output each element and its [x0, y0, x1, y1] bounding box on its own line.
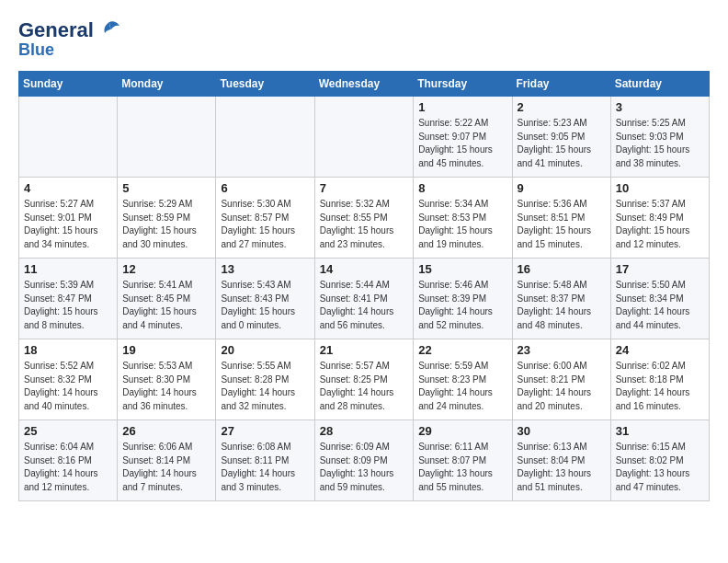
day-number: 21 — [320, 343, 409, 357]
day-detail: Sunrise: 6:13 AM Sunset: 8:04 PM Dayligh… — [518, 441, 606, 494]
table-row: 26Sunrise: 6:06 AM Sunset: 8:14 PM Dayli… — [118, 420, 216, 501]
col-tuesday: Tuesday — [216, 72, 314, 97]
day-number: 20 — [221, 343, 309, 357]
table-row: 23Sunrise: 6:00 AM Sunset: 8:21 PM Dayli… — [512, 339, 610, 420]
day-detail: Sunrise: 6:02 AM Sunset: 8:18 PM Dayligh… — [616, 360, 704, 413]
col-friday: Friday — [512, 72, 610, 97]
table-row: 18Sunrise: 5:52 AM Sunset: 8:32 PM Dayli… — [19, 339, 118, 420]
table-row: 5Sunrise: 5:29 AM Sunset: 8:59 PM Daylig… — [118, 178, 216, 259]
table-row — [216, 97, 314, 178]
day-number: 24 — [616, 343, 704, 357]
day-detail: Sunrise: 5:23 AM Sunset: 9:05 PM Dayligh… — [518, 117, 606, 170]
col-wednesday: Wednesday — [314, 72, 414, 97]
table-row: 30Sunrise: 6:13 AM Sunset: 8:04 PM Dayli… — [512, 420, 610, 501]
table-row: 29Sunrise: 6:11 AM Sunset: 8:07 PM Dayli… — [414, 420, 512, 501]
day-detail: Sunrise: 5:39 AM Sunset: 8:47 PM Dayligh… — [24, 279, 112, 332]
page: General Blue Sunday Monday Tuesday Wedne… — [0, 0, 728, 511]
day-detail: Sunrise: 6:11 AM Sunset: 8:07 PM Dayligh… — [418, 441, 506, 494]
table-row: 10Sunrise: 5:37 AM Sunset: 8:49 PM Dayli… — [610, 178, 709, 259]
day-number: 6 — [221, 181, 309, 195]
day-number: 25 — [24, 424, 112, 438]
day-number: 11 — [24, 262, 112, 276]
calendar-week-row: 25Sunrise: 6:04 AM Sunset: 8:16 PM Dayli… — [19, 420, 710, 501]
table-row — [19, 97, 118, 178]
table-row: 15Sunrise: 5:46 AM Sunset: 8:39 PM Dayli… — [414, 259, 512, 339]
calendar-week-row: 18Sunrise: 5:52 AM Sunset: 8:32 PM Dayli… — [19, 339, 710, 420]
day-detail: Sunrise: 5:32 AM Sunset: 8:55 PM Dayligh… — [320, 198, 409, 251]
table-row: 7Sunrise: 5:32 AM Sunset: 8:55 PM Daylig… — [314, 178, 414, 259]
day-number: 27 — [221, 424, 309, 438]
day-detail: Sunrise: 5:48 AM Sunset: 8:37 PM Dayligh… — [518, 279, 606, 332]
day-detail: Sunrise: 5:44 AM Sunset: 8:41 PM Dayligh… — [320, 279, 409, 332]
table-row: 2Sunrise: 5:23 AM Sunset: 9:05 PM Daylig… — [512, 97, 610, 178]
table-row: 21Sunrise: 5:57 AM Sunset: 8:25 PM Dayli… — [314, 339, 414, 420]
day-detail: Sunrise: 5:25 AM Sunset: 9:03 PM Dayligh… — [616, 117, 704, 170]
day-detail: Sunrise: 6:06 AM Sunset: 8:14 PM Dayligh… — [122, 441, 210, 494]
table-row: 25Sunrise: 6:04 AM Sunset: 8:16 PM Dayli… — [19, 420, 118, 501]
calendar-week-row: 11Sunrise: 5:39 AM Sunset: 8:47 PM Dayli… — [19, 259, 710, 339]
table-row — [314, 97, 414, 178]
day-detail: Sunrise: 5:34 AM Sunset: 8:53 PM Dayligh… — [418, 198, 506, 251]
day-number: 15 — [418, 262, 506, 276]
logo-text-general: General — [18, 18, 94, 42]
table-row: 16Sunrise: 5:48 AM Sunset: 8:37 PM Dayli… — [512, 259, 610, 339]
col-monday: Monday — [118, 72, 216, 97]
day-detail: Sunrise: 5:59 AM Sunset: 8:23 PM Dayligh… — [418, 360, 506, 413]
day-detail: Sunrise: 5:36 AM Sunset: 8:51 PM Dayligh… — [518, 198, 606, 251]
logo-blue-text: Blue — [18, 40, 54, 60]
calendar-header-row: Sunday Monday Tuesday Wednesday Thursday… — [19, 72, 710, 97]
day-detail: Sunrise: 5:52 AM Sunset: 8:32 PM Dayligh… — [24, 360, 112, 413]
day-detail: Sunrise: 6:15 AM Sunset: 8:02 PM Dayligh… — [616, 441, 704, 494]
day-detail: Sunrise: 6:09 AM Sunset: 8:09 PM Dayligh… — [320, 441, 409, 494]
table-row: 3Sunrise: 5:25 AM Sunset: 9:03 PM Daylig… — [610, 97, 709, 178]
day-number: 10 — [616, 181, 704, 195]
table-row: 28Sunrise: 6:09 AM Sunset: 8:09 PM Dayli… — [314, 420, 414, 501]
table-row: 31Sunrise: 6:15 AM Sunset: 8:02 PM Dayli… — [610, 420, 709, 501]
calendar-week-row: 1Sunrise: 5:22 AM Sunset: 9:07 PM Daylig… — [19, 97, 710, 178]
day-detail: Sunrise: 5:27 AM Sunset: 9:01 PM Dayligh… — [24, 198, 112, 251]
day-number: 14 — [320, 262, 409, 276]
day-detail: Sunrise: 5:29 AM Sunset: 8:59 PM Dayligh… — [122, 198, 210, 251]
table-row: 6Sunrise: 5:30 AM Sunset: 8:57 PM Daylig… — [216, 178, 314, 259]
day-detail: Sunrise: 5:46 AM Sunset: 8:39 PM Dayligh… — [418, 279, 506, 332]
logo-bird-icon — [97, 20, 121, 40]
table-row: 19Sunrise: 5:53 AM Sunset: 8:30 PM Dayli… — [118, 339, 216, 420]
day-number: 28 — [320, 424, 409, 438]
day-detail: Sunrise: 5:22 AM Sunset: 9:07 PM Dayligh… — [418, 117, 506, 170]
day-detail: Sunrise: 5:37 AM Sunset: 8:49 PM Dayligh… — [616, 198, 704, 251]
day-number: 1 — [418, 100, 506, 114]
col-sunday: Sunday — [19, 72, 118, 97]
day-detail: Sunrise: 5:50 AM Sunset: 8:34 PM Dayligh… — [616, 279, 704, 332]
day-number: 30 — [518, 424, 606, 438]
col-thursday: Thursday — [414, 72, 512, 97]
table-row: 14Sunrise: 5:44 AM Sunset: 8:41 PM Dayli… — [314, 259, 414, 339]
table-row: 17Sunrise: 5:50 AM Sunset: 8:34 PM Dayli… — [610, 259, 709, 339]
day-number: 16 — [518, 262, 606, 276]
calendar-table: Sunday Monday Tuesday Wednesday Thursday… — [18, 71, 710, 501]
logo: General Blue — [18, 18, 121, 60]
day-number: 7 — [320, 181, 409, 195]
table-row: 22Sunrise: 5:59 AM Sunset: 8:23 PM Dayli… — [414, 339, 512, 420]
table-row: 4Sunrise: 5:27 AM Sunset: 9:01 PM Daylig… — [19, 178, 118, 259]
table-row: 12Sunrise: 5:41 AM Sunset: 8:45 PM Dayli… — [118, 259, 216, 339]
table-row: 20Sunrise: 5:55 AM Sunset: 8:28 PM Dayli… — [216, 339, 314, 420]
day-number: 5 — [122, 181, 210, 195]
day-detail: Sunrise: 6:04 AM Sunset: 8:16 PM Dayligh… — [24, 441, 112, 494]
table-row: 27Sunrise: 6:08 AM Sunset: 8:11 PM Dayli… — [216, 420, 314, 501]
table-row: 1Sunrise: 5:22 AM Sunset: 9:07 PM Daylig… — [414, 97, 512, 178]
day-number: 13 — [221, 262, 309, 276]
day-detail: Sunrise: 5:57 AM Sunset: 8:25 PM Dayligh… — [320, 360, 409, 413]
table-row: 13Sunrise: 5:43 AM Sunset: 8:43 PM Dayli… — [216, 259, 314, 339]
day-detail: Sunrise: 6:08 AM Sunset: 8:11 PM Dayligh… — [221, 441, 309, 494]
header: General Blue — [18, 18, 710, 60]
table-row: 8Sunrise: 5:34 AM Sunset: 8:53 PM Daylig… — [414, 178, 512, 259]
table-row: 11Sunrise: 5:39 AM Sunset: 8:47 PM Dayli… — [19, 259, 118, 339]
day-number: 2 — [518, 100, 606, 114]
day-number: 3 — [616, 100, 704, 114]
day-detail: Sunrise: 5:53 AM Sunset: 8:30 PM Dayligh… — [122, 360, 210, 413]
day-number: 4 — [24, 181, 112, 195]
col-saturday: Saturday — [610, 72, 709, 97]
day-number: 29 — [418, 424, 506, 438]
day-number: 19 — [122, 343, 210, 357]
calendar-week-row: 4Sunrise: 5:27 AM Sunset: 9:01 PM Daylig… — [19, 178, 710, 259]
